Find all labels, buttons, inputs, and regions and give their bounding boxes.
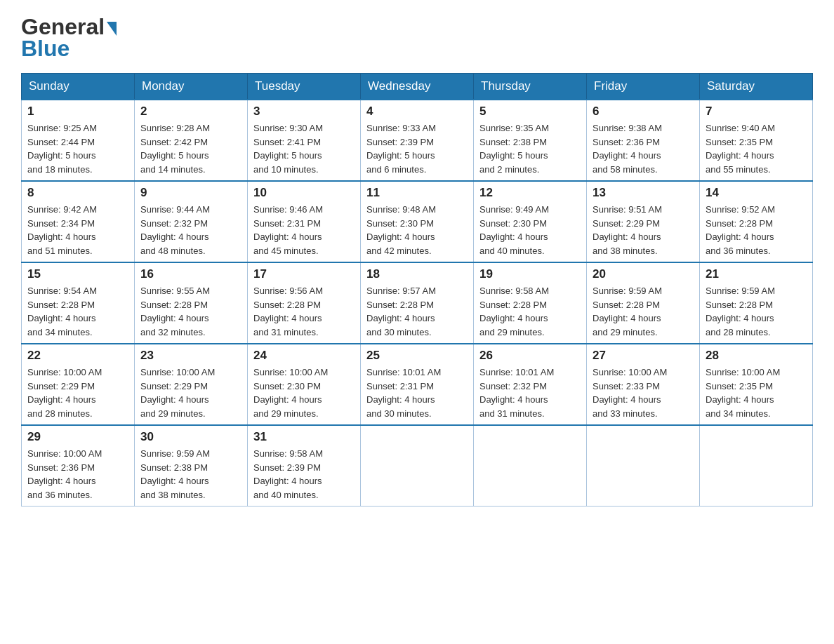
day-number: 12 — [479, 186, 581, 200]
day-number: 28 — [706, 349, 807, 363]
calendar-cell — [474, 425, 587, 507]
day-number: 1 — [27, 105, 128, 119]
day-info: Sunrise: 9:46 AMSunset: 2:31 PMDaylight:… — [253, 203, 355, 257]
day-number: 8 — [27, 186, 128, 200]
calendar-cell: 6 Sunrise: 9:38 AMSunset: 2:36 PMDayligh… — [587, 100, 700, 181]
calendar-cell: 23 Sunrise: 10:00 AMSunset: 2:29 PMDayli… — [135, 344, 248, 425]
calendar-header-thursday: Thursday — [474, 74, 587, 100]
calendar-cell: 4 Sunrise: 9:33 AMSunset: 2:39 PMDayligh… — [361, 100, 474, 181]
day-info: Sunrise: 10:00 AMSunset: 2:33 PMDaylight… — [593, 365, 694, 420]
day-info: Sunrise: 9:56 AMSunset: 2:28 PMDaylight:… — [253, 284, 355, 339]
calendar-cell — [587, 425, 700, 507]
day-info: Sunrise: 9:49 AMSunset: 2:30 PMDaylight:… — [479, 203, 581, 257]
calendar-cell — [361, 425, 474, 507]
calendar-cell — [700, 425, 813, 507]
day-number: 22 — [27, 349, 128, 363]
day-info: Sunrise: 9:58 AMSunset: 2:28 PMDaylight:… — [479, 284, 581, 339]
day-info: Sunrise: 9:44 AMSunset: 2:32 PMDaylight:… — [140, 203, 241, 257]
calendar-week-row: 15 Sunrise: 9:54 AMSunset: 2:28 PMDaylig… — [22, 262, 813, 344]
calendar-cell: 14 Sunrise: 9:52 AMSunset: 2:28 PMDaylig… — [700, 181, 813, 262]
day-info: Sunrise: 9:33 AMSunset: 2:39 PMDaylight:… — [366, 121, 468, 176]
calendar-table: SundayMondayTuesdayWednesdayThursdayFrid… — [21, 73, 813, 507]
calendar-cell: 7 Sunrise: 9:40 AMSunset: 2:35 PMDayligh… — [700, 100, 813, 181]
day-info: Sunrise: 9:42 AMSunset: 2:34 PMDaylight:… — [27, 203, 128, 257]
day-info: Sunrise: 10:00 AMSunset: 2:35 PMDaylight… — [706, 365, 807, 420]
day-info: Sunrise: 10:00 AMSunset: 2:30 PMDaylight… — [253, 365, 355, 420]
day-info: Sunrise: 9:57 AMSunset: 2:28 PMDaylight:… — [366, 284, 468, 339]
day-info: Sunrise: 9:59 AMSunset: 2:28 PMDaylight:… — [706, 284, 807, 339]
day-number: 31 — [253, 430, 355, 444]
calendar-cell: 11 Sunrise: 9:48 AMSunset: 2:30 PMDaylig… — [361, 181, 474, 262]
calendar-header-tuesday: Tuesday — [248, 74, 361, 100]
day-number: 15 — [27, 267, 128, 281]
day-info: Sunrise: 9:54 AMSunset: 2:28 PMDaylight:… — [27, 284, 128, 339]
calendar-week-row: 1 Sunrise: 9:25 AMSunset: 2:44 PMDayligh… — [22, 100, 813, 181]
day-info: Sunrise: 9:35 AMSunset: 2:38 PMDaylight:… — [479, 121, 581, 176]
day-number: 9 — [140, 186, 241, 200]
calendar-cell: 15 Sunrise: 9:54 AMSunset: 2:28 PMDaylig… — [22, 262, 135, 344]
day-number: 5 — [479, 105, 581, 119]
day-info: Sunrise: 9:25 AMSunset: 2:44 PMDaylight:… — [27, 121, 128, 176]
day-number: 18 — [366, 267, 468, 281]
day-number: 29 — [27, 430, 128, 444]
calendar-cell: 19 Sunrise: 9:58 AMSunset: 2:28 PMDaylig… — [474, 262, 587, 344]
day-number: 11 — [366, 186, 468, 200]
page-header: General Blue — [21, 14, 813, 62]
calendar-cell: 17 Sunrise: 9:56 AMSunset: 2:28 PMDaylig… — [248, 262, 361, 344]
calendar-week-row: 29 Sunrise: 10:00 AMSunset: 2:36 PMDayli… — [22, 425, 813, 507]
day-number: 2 — [140, 105, 241, 119]
day-number: 25 — [366, 349, 468, 363]
calendar-header-saturday: Saturday — [700, 74, 813, 100]
day-info: Sunrise: 9:52 AMSunset: 2:28 PMDaylight:… — [706, 203, 807, 257]
day-number: 13 — [593, 186, 694, 200]
day-number: 14 — [706, 186, 807, 200]
calendar-header-monday: Monday — [135, 74, 248, 100]
logo: General Blue — [21, 14, 117, 62]
day-number: 10 — [253, 186, 355, 200]
day-info: Sunrise: 10:00 AMSunset: 2:29 PMDaylight… — [27, 365, 128, 420]
calendar-cell: 8 Sunrise: 9:42 AMSunset: 2:34 PMDayligh… — [22, 181, 135, 262]
calendar-cell: 5 Sunrise: 9:35 AMSunset: 2:38 PMDayligh… — [474, 100, 587, 181]
day-info: Sunrise: 10:01 AMSunset: 2:31 PMDaylight… — [366, 365, 468, 420]
day-info: Sunrise: 10:01 AMSunset: 2:32 PMDaylight… — [479, 365, 581, 420]
day-info: Sunrise: 9:55 AMSunset: 2:28 PMDaylight:… — [140, 284, 241, 339]
calendar-cell: 10 Sunrise: 9:46 AMSunset: 2:31 PMDaylig… — [248, 181, 361, 262]
day-number: 20 — [593, 267, 694, 281]
day-info: Sunrise: 9:38 AMSunset: 2:36 PMDaylight:… — [593, 121, 694, 176]
day-info: Sunrise: 9:30 AMSunset: 2:41 PMDaylight:… — [253, 121, 355, 176]
calendar-cell: 28 Sunrise: 10:00 AMSunset: 2:35 PMDayli… — [700, 344, 813, 425]
calendar-week-row: 8 Sunrise: 9:42 AMSunset: 2:34 PMDayligh… — [22, 181, 813, 262]
day-info: Sunrise: 10:00 AMSunset: 2:29 PMDaylight… — [140, 365, 241, 420]
logo-arrow-icon — [107, 22, 117, 36]
day-number: 26 — [479, 349, 581, 363]
day-info: Sunrise: 10:00 AMSunset: 2:36 PMDaylight… — [27, 447, 128, 502]
day-number: 27 — [593, 349, 694, 363]
calendar-cell: 12 Sunrise: 9:49 AMSunset: 2:30 PMDaylig… — [474, 181, 587, 262]
day-info: Sunrise: 9:48 AMSunset: 2:30 PMDaylight:… — [366, 203, 468, 257]
logo-blue: Blue — [21, 36, 70, 62]
day-info: Sunrise: 9:58 AMSunset: 2:39 PMDaylight:… — [253, 447, 355, 502]
calendar-cell: 2 Sunrise: 9:28 AMSunset: 2:42 PMDayligh… — [135, 100, 248, 181]
calendar-cell: 27 Sunrise: 10:00 AMSunset: 2:33 PMDayli… — [587, 344, 700, 425]
day-info: Sunrise: 9:59 AMSunset: 2:38 PMDaylight:… — [140, 447, 241, 502]
calendar-header-row: SundayMondayTuesdayWednesdayThursdayFrid… — [22, 74, 813, 100]
day-info: Sunrise: 9:51 AMSunset: 2:29 PMDaylight:… — [593, 203, 694, 257]
day-number: 19 — [479, 267, 581, 281]
calendar-cell: 9 Sunrise: 9:44 AMSunset: 2:32 PMDayligh… — [135, 181, 248, 262]
calendar-week-row: 22 Sunrise: 10:00 AMSunset: 2:29 PMDayli… — [22, 344, 813, 425]
calendar-cell: 29 Sunrise: 10:00 AMSunset: 2:36 PMDayli… — [22, 425, 135, 507]
calendar-cell: 22 Sunrise: 10:00 AMSunset: 2:29 PMDayli… — [22, 344, 135, 425]
day-info: Sunrise: 9:28 AMSunset: 2:42 PMDaylight:… — [140, 121, 241, 176]
day-number: 6 — [593, 105, 694, 119]
day-info: Sunrise: 9:40 AMSunset: 2:35 PMDaylight:… — [706, 121, 807, 176]
calendar-cell: 31 Sunrise: 9:58 AMSunset: 2:39 PMDaylig… — [248, 425, 361, 507]
calendar-cell: 16 Sunrise: 9:55 AMSunset: 2:28 PMDaylig… — [135, 262, 248, 344]
day-number: 24 — [253, 349, 355, 363]
calendar-cell: 25 Sunrise: 10:01 AMSunset: 2:31 PMDayli… — [361, 344, 474, 425]
day-number: 4 — [366, 105, 468, 119]
calendar-cell: 24 Sunrise: 10:00 AMSunset: 2:30 PMDayli… — [248, 344, 361, 425]
calendar-header-sunday: Sunday — [22, 74, 135, 100]
calendar-cell: 3 Sunrise: 9:30 AMSunset: 2:41 PMDayligh… — [248, 100, 361, 181]
day-number: 17 — [253, 267, 355, 281]
calendar-header-friday: Friday — [587, 74, 700, 100]
